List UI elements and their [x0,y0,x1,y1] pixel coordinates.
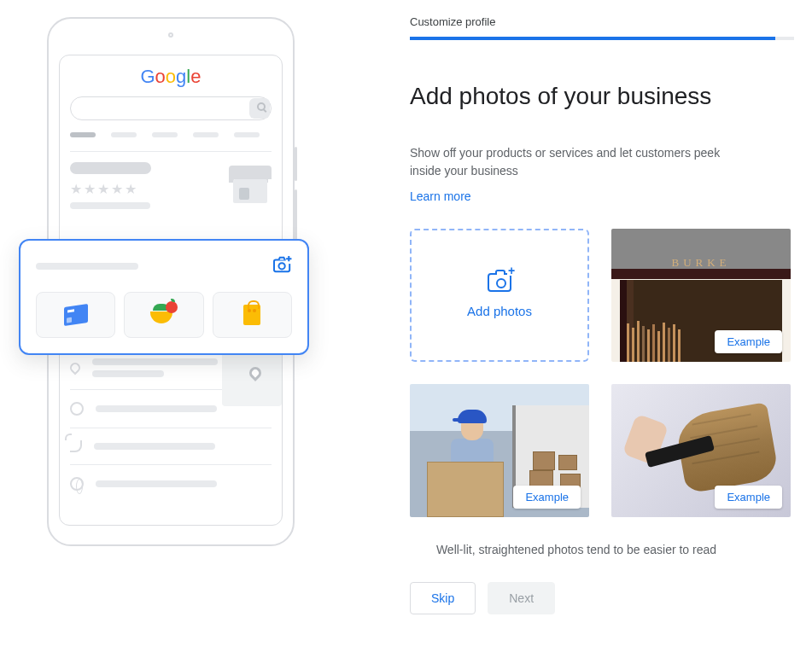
pin-icon [68,361,83,375]
search-bar-mockup [70,96,272,120]
search-tabs-mockup [70,132,272,137]
example-photo-storefront: BURKE Example [611,229,791,362]
google-logo: Google [70,66,272,88]
map-pin-icon [247,364,264,381]
step-label: Customize profile [410,15,743,28]
website-row-mockup [70,464,272,503]
example-badge: Example [715,486,782,509]
phone-speaker [168,32,173,38]
phone-side-button [295,147,297,181]
add-photos-label: Add photos [467,304,532,318]
progress-bar [410,37,794,40]
add-photos-button[interactable]: Add photos [410,229,589,362]
example-photo-delivery: Example [410,384,589,517]
next-button[interactable]: Next [488,582,555,614]
progress-fill [410,37,775,40]
shop-icon [229,160,272,203]
page-description: Show off your products or services and l… [410,144,743,180]
phone-icon [70,440,82,452]
learn-more-link[interactable]: Learn more [410,189,471,203]
svg-point-1 [278,263,284,269]
phone-illustration-panel: Google ★★★★★ [9,9,333,637]
photo-thumb-1 [36,292,115,338]
camera-icon [488,273,511,292]
page-heading: Add photos of your business [410,83,743,110]
photo-caption: Well-lit, straightened photos tend to be… [410,543,743,556]
main-content-panel: Customize profile Add photos of your bus… [333,9,743,637]
photo-thumb-2 [124,292,203,338]
camera-plus-icon [273,256,292,276]
phone-row-mockup [70,428,272,464]
store-sign-text: BURKE [611,256,791,270]
action-buttons: Skip Next [410,582,743,614]
example-badge: Example [513,486,581,509]
globe-icon [70,477,84,491]
skip-button[interactable]: Skip [410,582,476,614]
clock-icon [70,402,84,416]
map-thumbnail [222,346,282,406]
phone-side-button-2 [295,189,297,241]
example-photo-hairdresser: Example [611,384,791,517]
photo-grid: Add photos BURKE Example [410,229,743,517]
photo-thumb-3 [213,292,292,338]
photo-thumbnails [36,292,292,338]
card-title-placeholder [36,263,138,270]
search-icon [257,102,266,111]
floating-photos-card [19,239,309,355]
result-block-mockup: ★★★★★ [70,151,272,226]
example-badge: Example [715,330,782,353]
